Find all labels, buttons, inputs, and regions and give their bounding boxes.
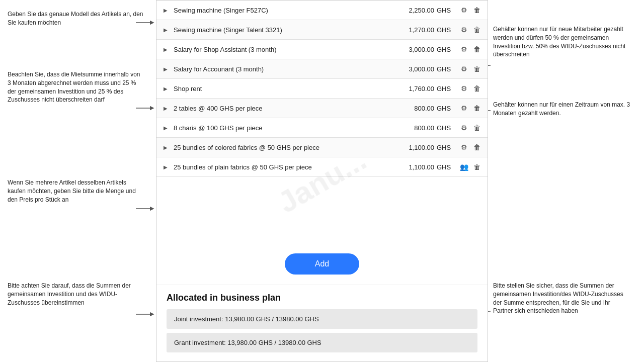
- item-currency: GHS: [437, 124, 454, 132]
- delete-icon[interactable]: 🗑: [471, 122, 482, 133]
- annotation-r1: Gehälter können nur für neue Mitarbeiter…: [493, 25, 631, 59]
- table-row: ▶ Salary for Shop Assistant (3 month) 3,…: [156, 40, 488, 59]
- settings-icon[interactable]: ⚙: [458, 63, 469, 74]
- item-name: Salary for Shop Assistant (3 month): [174, 46, 394, 53]
- settings-icon[interactable]: ⚙: [458, 44, 469, 55]
- expand-icon[interactable]: ▶: [162, 6, 170, 14]
- table-row: ▶ 8 charis @ 100 GHS per piece 800.00 GH…: [156, 118, 488, 138]
- delete-icon[interactable]: 🗑: [471, 24, 482, 35]
- item-currency: GHS: [437, 144, 454, 151]
- settings-icon[interactable]: ⚙: [458, 142, 469, 153]
- expand-icon[interactable]: ▶: [162, 124, 170, 132]
- items-table: ▶ Sewing machine (Singer F527C) 2,250.00…: [156, 1, 488, 243]
- table-row: ▶ 2 tables @ 400 GHS per piece 800.00 GH…: [156, 99, 488, 118]
- table-row: ▶ Sewing machine (Singer Talent 3321) 1,…: [156, 20, 488, 40]
- add-button-area: Add: [156, 243, 488, 285]
- add-button[interactable]: Add: [285, 253, 359, 275]
- item-name: 8 charis @ 100 GHS per piece: [174, 124, 394, 132]
- joint-investment-row: Joint investment: 13,980.00 GHS / 13980.…: [167, 309, 477, 329]
- expand-icon[interactable]: ▶: [162, 143, 170, 151]
- item-currency: GHS: [437, 65, 454, 73]
- expand-icon[interactable]: ▶: [162, 45, 170, 53]
- grant-investment-row: Grant investment: 13,980.00 GHS / 13980.…: [167, 333, 477, 352]
- center-content: ▶ Sewing machine (Singer F527C) 2,250.00…: [156, 0, 488, 362]
- settings-icon[interactable]: ⚙: [458, 5, 469, 16]
- table-row: ▶ Sewing machine (Singer F527C) 2,250.00…: [156, 1, 488, 20]
- settings-icon[interactable]: ⚙: [458, 103, 469, 114]
- item-name: 25 bundles of plain fabrics @ 50 GHS per…: [174, 163, 394, 171]
- item-currency: GHS: [437, 105, 454, 112]
- item-name: 2 tables @ 400 GHS per piece: [174, 105, 394, 112]
- left-annotations: Geben Sie das genaue Modell des Artikels…: [0, 0, 156, 362]
- expand-icon[interactable]: ▶: [162, 65, 170, 73]
- settings-icon[interactable]: ⚙: [458, 24, 469, 35]
- item-amount: 3,000.00: [394, 46, 434, 53]
- item-amount: 800.00: [394, 105, 434, 112]
- item-amount: 1,760.00: [394, 85, 434, 93]
- item-currency: GHS: [437, 7, 454, 14]
- annotation-r2: Gehälter können nur für einen Zeitraum v…: [493, 101, 631, 118]
- annotation-l2: Beachten Sie, dass die Mietsumme innerha…: [8, 70, 143, 104]
- expand-icon[interactable]: ▶: [162, 104, 170, 112]
- table-row: ▶ 25 bundles of colored fabrics @ 50 GHS…: [156, 138, 488, 157]
- expand-icon[interactable]: ▶: [162, 84, 170, 93]
- delete-icon[interactable]: 🗑: [471, 142, 482, 153]
- table-row: ▶ Shop rent 1,760.00 GHS ⚙ 🗑: [156, 79, 488, 99]
- people-icon[interactable]: 👥: [458, 161, 469, 172]
- item-amount: 1,100.00: [394, 144, 434, 151]
- delete-icon[interactable]: 🗑: [471, 5, 482, 16]
- item-amount: 800.00: [394, 124, 434, 132]
- item-amount: 3,000.00: [394, 65, 434, 73]
- delete-icon[interactable]: 🗑: [471, 83, 482, 94]
- item-name: Salary for Accounant (3 month): [174, 65, 394, 73]
- annotation-l4: Bitte achten Sie darauf, dass die Summen…: [8, 282, 143, 307]
- delete-icon[interactable]: 🗑: [471, 44, 482, 55]
- expand-icon[interactable]: ▶: [162, 26, 170, 34]
- item-currency: GHS: [437, 26, 454, 34]
- item-name: Sewing machine (Singer Talent 3321): [174, 26, 394, 34]
- item-name: Shop rent: [174, 85, 394, 93]
- item-currency: GHS: [437, 163, 454, 171]
- annotation-l1: Geben Sie das genaue Modell des Artikels…: [8, 10, 143, 27]
- item-currency: GHS: [437, 85, 454, 93]
- allocated-title: Allocated in business plan: [167, 293, 477, 303]
- delete-icon[interactable]: 🗑: [471, 103, 482, 114]
- item-amount: 1,270.00: [394, 26, 434, 34]
- table-row: ▶ 25 bundles of plain fabrics @ 50 GHS p…: [156, 157, 488, 177]
- item-currency: GHS: [437, 46, 454, 53]
- expand-icon[interactable]: ▶: [162, 163, 170, 171]
- annotation-r3: Bitte stellen Sie sicher, dass die Summe…: [493, 282, 631, 315]
- annotation-l3: Wenn Sie mehrere Artikel desselben Artik…: [8, 178, 143, 204]
- item-amount: 2,250.00: [394, 7, 434, 14]
- delete-icon[interactable]: 🗑: [471, 161, 482, 172]
- item-name: Sewing machine (Singer F527C): [174, 7, 394, 14]
- right-annotations: Gehälter können nur für neue Mitarbeiter…: [488, 0, 644, 362]
- item-name: 25 bundles of colored fabrics @ 50 GHS p…: [174, 144, 394, 151]
- table-row: ▶ Salary for Accounant (3 month) 3,000.0…: [156, 59, 488, 79]
- settings-icon[interactable]: ⚙: [458, 122, 469, 133]
- settings-icon[interactable]: ⚙: [458, 83, 469, 94]
- delete-icon[interactable]: 🗑: [471, 63, 482, 74]
- allocated-section: Allocated in business plan Joint investm…: [156, 285, 488, 361]
- item-amount: 1,100.00: [394, 163, 434, 171]
